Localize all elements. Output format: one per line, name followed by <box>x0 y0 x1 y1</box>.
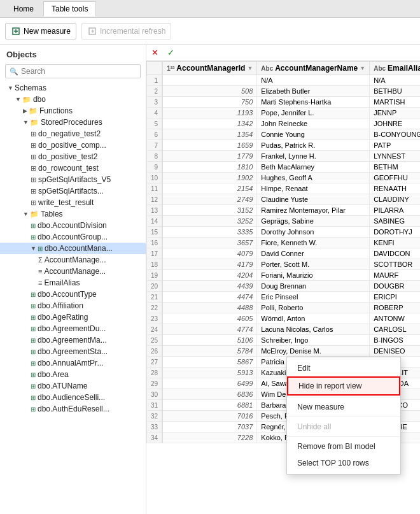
cell-rownum: 24 <box>147 324 163 335</box>
sidebar-item-t4[interactable]: ⊞ dbo.AccountType <box>0 289 146 300</box>
sidebar-item-t9[interactable]: ⊞ dbo.AgreementSta... <box>0 346 146 357</box>
sidebar-item-storedprocedures[interactable]: ▼ 📁 StoredProcedures <box>0 117 146 128</box>
col-email-type-icon: Abc <box>374 65 386 72</box>
formula-confirm-button[interactable]: ✓ <box>165 48 177 57</box>
cell-name: Geprägs, Sabine <box>257 216 370 227</box>
sidebar-item-sp4[interactable]: ⊞ do_rowcount_test <box>0 162 146 174</box>
sidebar-item-t7[interactable]: ⊞ dbo.AgreementDu... <box>0 323 146 334</box>
expand-dbo-icon: ▼ <box>15 96 21 103</box>
cell-id: 1902 <box>162 173 257 183</box>
col-id-sort-icon[interactable]: ▼ <box>247 65 253 71</box>
cell-name: Wörndl, Anton <box>257 313 370 324</box>
t10-label: dbo.AnnualAmtPr... <box>38 359 103 368</box>
table-row: 122749Claudine YusteCLAUDINY <box>147 194 421 205</box>
sidebar-item-t3c1[interactable]: Σ AccountManage... <box>0 254 146 266</box>
cell-name: N/A <box>257 75 370 86</box>
table-icon-2: ⊞ <box>31 234 36 241</box>
table-icon-10: ⊞ <box>31 360 36 367</box>
proc-icon-7: ⊞ <box>31 199 36 207</box>
table-row: 71659Pudas, Patrick R.PATP <box>147 140 421 151</box>
cell-email: PILARRA <box>370 205 420 216</box>
sidebar-item-t3c2[interactable]: ≡ AccountManage... <box>0 266 146 277</box>
sidebar-item-t10[interactable]: ⊞ dbo.AnnualAmtPr... <box>0 357 146 369</box>
cell-id: 1342 <box>162 118 257 129</box>
context-menu-item-hide-report[interactable]: Hide in report view <box>287 376 400 396</box>
sidebar-item-t14[interactable]: ⊞ dbo.AuthEduResell... <box>0 403 146 415</box>
expand-functions-icon: ▶ <box>23 108 27 114</box>
cell-rownum: 1 <box>147 75 163 86</box>
folder-tables-icon: 📁 <box>30 210 39 218</box>
sidebar-item-t11[interactable]: ⊞ dbo.Area <box>0 369 146 380</box>
sidebar-item-t8[interactable]: ⊞ dbo.AgreementMa... <box>0 334 146 346</box>
sidebar-item-sp6[interactable]: ⊞ spGetSqlArtifacts... <box>0 185 146 197</box>
sidebar-item-t12[interactable]: ⊞ dbo.ATUName <box>0 380 146 392</box>
sidebar-item-t1[interactable]: ⊞ dbo.AccountDivision <box>0 220 146 231</box>
cell-email: BETHBU <box>370 86 420 97</box>
cell-email: KENFI <box>370 238 420 248</box>
context-menu-item-remove-bi[interactable]: Remove from BI model <box>287 438 400 455</box>
table-row: 265784McElroy, Denise M.DENISEO <box>147 346 421 357</box>
search-box[interactable]: 🔍 <box>5 64 141 78</box>
cell-email: DOUGBR <box>370 281 420 292</box>
incremental-refresh-icon <box>87 26 97 36</box>
sidebar-item-sp1[interactable]: ⊞ do_negative_test2 <box>0 128 146 139</box>
context-menu-item-edit[interactable]: Edit <box>287 360 400 376</box>
sidebar-item-schemas[interactable]: ▼ Schemas <box>0 82 146 94</box>
sp3-label: do_positive_test2 <box>38 152 97 161</box>
table-row: 1N/AN/A <box>147 75 421 86</box>
sidebar-item-dbo[interactable]: ▼ 📁 dbo <box>0 94 146 105</box>
sidebar-item-sp3[interactable]: ⊞ do_positive_test2 <box>0 151 146 162</box>
cell-email: ROBERP <box>370 303 420 313</box>
sidebar-item-sp5[interactable]: ⊞ spGetSqlArtifacts_V5 <box>0 174 146 185</box>
formula-cancel-button[interactable]: ✕ <box>149 48 161 57</box>
cell-name: Pope, Jennifer L. <box>257 108 370 118</box>
main-layout: Objects 🔍 ▼ Schemas ▼ 📁 dbo ▶ 📁 Function… <box>0 45 420 514</box>
col-id-type-icon: 1²³ <box>167 65 174 72</box>
proc-icon-1: ⊞ <box>31 130 36 138</box>
col-header-email[interactable]: Abc EmailAlias ▼ <box>370 62 420 75</box>
search-input[interactable] <box>21 67 136 76</box>
sidebar-item-t5[interactable]: ⊞ dbo.Affiliation <box>0 300 146 311</box>
col-header-id[interactable]: 1²³ AccountManagerId ▼ <box>162 62 257 75</box>
proc-icon-4: ⊞ <box>31 164 36 173</box>
col-header-name[interactable]: Abc AccountManagerName ▼ <box>257 62 370 75</box>
col-name-sort-icon[interactable]: ▼ <box>360 65 365 71</box>
context-menu-item-new-measure[interactable]: New measure <box>287 399 400 415</box>
t3c3-label: EmailAlias <box>44 278 80 287</box>
table-row: 81779Frankel, Lynne H.LYNNEST <box>147 151 421 162</box>
cell-email: JENNP <box>370 108 420 118</box>
t4-label: dbo.AccountType <box>38 290 97 299</box>
cell-rownum: 30 <box>147 389 163 400</box>
sidebar-item-t2[interactable]: ⊞ dbo.AccountGroup... <box>0 231 146 243</box>
sidebar-item-tables[interactable]: ▼ 📁 Tables <box>0 208 146 220</box>
table-row: 133152Ramirez Montemayor, PilarPILARRA <box>147 205 421 216</box>
cell-name: Lacuna Nicolas, Carlos <box>257 324 370 335</box>
t11-label: dbo.Area <box>38 370 69 379</box>
cell-id: 6881 <box>162 400 257 411</box>
cell-id: 6836 <box>162 389 257 400</box>
cell-name: Frankel, Lynne H. <box>257 151 370 162</box>
cell-rownum: 3 <box>147 97 163 108</box>
new-measure-button[interactable]: New measure <box>5 23 76 39</box>
cell-id: 1659 <box>162 140 257 151</box>
cell-id: 4204 <box>162 270 257 281</box>
schemas-label: Schemas <box>15 83 46 92</box>
cell-email: PATP <box>370 140 420 151</box>
cell-rownum: 19 <box>147 270 163 281</box>
context-menu-item-select-top[interactable]: Select TOP 100 rows <box>287 455 400 471</box>
sidebar-item-sp2[interactable]: ⊞ do_positive_comp... <box>0 139 146 151</box>
cell-name: Porter, Scott M. <box>257 259 370 270</box>
tab-home[interactable]: Home <box>5 1 42 17</box>
sidebar-item-sp7[interactable]: ⊞ write_test_result <box>0 197 146 208</box>
cell-rownum: 25 <box>147 335 163 346</box>
tab-table-tools[interactable]: Table tools <box>43 1 96 17</box>
cell-id: 1810 <box>162 162 257 173</box>
cell-email: LYNNEST <box>370 151 420 162</box>
sidebar-item-functions[interactable]: ▶ 📁 Functions <box>0 105 146 117</box>
sidebar-item-t3[interactable]: ▼ ⊞ dbo.AccountMana... <box>0 243 146 254</box>
sidebar-item-t3c3[interactable]: ≡ EmailAlias <box>0 277 146 289</box>
sidebar-item-t13[interactable]: ⊞ dbo.AudienceSelli... <box>0 392 146 403</box>
cell-email: CARLOSL <box>370 324 420 335</box>
sidebar-item-t6[interactable]: ⊞ dbo.AgeRating <box>0 311 146 323</box>
incremental-refresh-button[interactable]: Incremental refresh <box>81 23 171 39</box>
